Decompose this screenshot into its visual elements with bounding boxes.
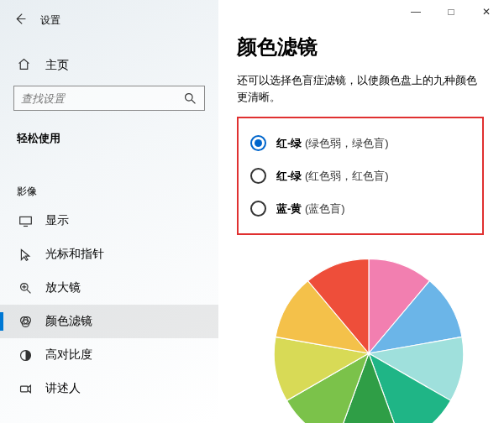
radio-indicator — [250, 201, 266, 217]
page-title: 颜色滤镜 — [237, 34, 484, 60]
content: 颜色滤镜 还可以选择色盲症滤镜，以使颜色盘上的九种颜色更清晰。 红-绿 (绿色弱… — [218, 0, 504, 423]
sidebar-item-narrator[interactable]: 讲述人 — [0, 372, 218, 405]
back-button[interactable] — [12, 12, 29, 29]
radio-label: 红-绿 (绿色弱，绿色盲) — [276, 136, 389, 151]
svg-rect-7 — [20, 386, 28, 392]
section-heading-ease: 轻松使用 — [0, 119, 218, 151]
group-heading-vision: 影像 — [0, 173, 218, 204]
color-wheel — [237, 257, 484, 423]
sidebar-item-label: 讲述人 — [45, 381, 81, 396]
radio-label: 红-绿 (红色弱，红色盲) — [276, 169, 389, 184]
arrow-left-icon — [13, 12, 28, 26]
radio-option-tritanopia[interactable]: 蓝-黄 (蓝色盲) — [247, 192, 474, 225]
magnifier-icon — [17, 281, 34, 295]
color-wheel-icon — [272, 257, 465, 423]
radio-label: 蓝-黄 (蓝色盲) — [276, 201, 345, 217]
main-panel: — □ ✕ 颜色滤镜 还可以选择色盲症滤镜，以使颜色盘上的九种颜色更清晰。 红-… — [218, 0, 504, 423]
sidebar-item-home[interactable]: 主页 — [0, 49, 218, 81]
active-accent — [0, 312, 3, 331]
sidebar-item-display[interactable]: 显示 — [0, 204, 218, 238]
radio-indicator — [250, 168, 266, 184]
search-icon — [183, 91, 197, 106]
titlebar-left: 设置 — [0, 7, 218, 34]
sidebar-item-label: 光标和指针 — [45, 247, 104, 262]
sidebar-item-label: 高对比度 — [45, 347, 92, 363]
narrator-icon — [17, 382, 34, 396]
window-controls: — □ ✕ — [398, 0, 504, 24]
maximize-button[interactable]: □ — [433, 0, 469, 24]
close-button[interactable]: ✕ — [469, 0, 504, 24]
svg-rect-1 — [19, 217, 31, 224]
radio-indicator — [250, 135, 266, 151]
home-label: 主页 — [45, 58, 69, 73]
sidebar-item-label: 显示 — [45, 213, 69, 228]
search-wrap — [0, 81, 218, 119]
sidebar-item-cursor[interactable]: 光标和指针 — [0, 238, 218, 271]
filter-options-highlight-box: 红-绿 (绿色弱，绿色盲) 红-绿 (红色弱，红色盲) 蓝-黄 (蓝色盲) — [237, 117, 484, 235]
search-input[interactable] — [13, 86, 205, 111]
sidebar-item-high-contrast[interactable]: 高对比度 — [0, 338, 218, 372]
page-description: 还可以选择色盲症滤镜，以使颜色盘上的九种颜色更清晰。 — [237, 72, 484, 105]
search-field[interactable] — [21, 92, 183, 105]
sidebar-item-color-filters[interactable]: 颜色滤镜 — [0, 305, 218, 338]
high-contrast-icon — [17, 348, 34, 363]
color-filter-icon — [17, 315, 34, 329]
sidebar-item-label: 颜色滤镜 — [45, 314, 92, 329]
sidebar-item-magnifier[interactable]: 放大镜 — [0, 271, 218, 305]
sidebar-item-label: 放大镜 — [45, 280, 81, 295]
display-icon — [17, 214, 34, 228]
radio-option-deuteranopia[interactable]: 红-绿 (绿色弱，绿色盲) — [247, 127, 474, 159]
app-title: 设置 — [40, 13, 60, 28]
minimize-button[interactable]: — — [398, 0, 433, 24]
radio-option-protanopia[interactable]: 红-绿 (红色弱，红色盲) — [247, 159, 474, 192]
sidebar: 设置 主页 轻松使用 影像 显示 光标和指针 放大镜 颜色 — [0, 0, 218, 423]
home-icon — [17, 57, 34, 74]
cursor-icon — [17, 248, 34, 262]
svg-point-0 — [186, 93, 193, 101]
